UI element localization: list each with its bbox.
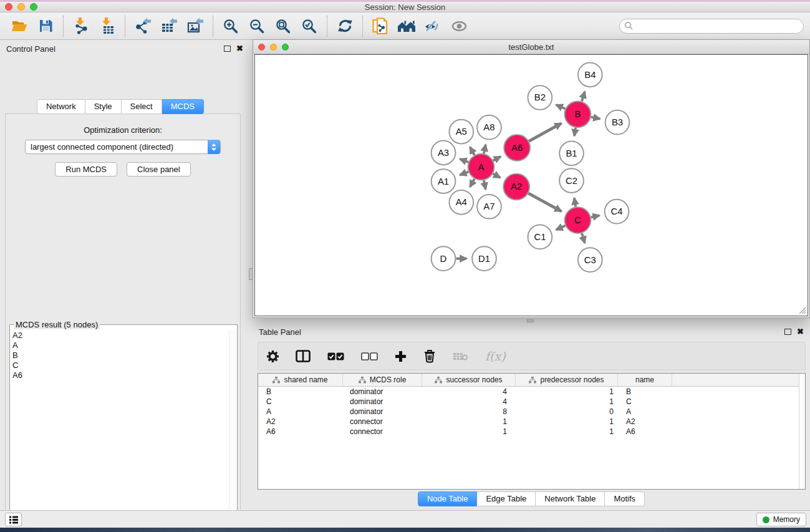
graph-node-A5[interactable]: A5 (449, 120, 473, 144)
zoom-view-button[interactable] (282, 44, 289, 51)
resize-grip-icon[interactable] (798, 306, 806, 314)
zoom-window-button[interactable] (30, 3, 37, 11)
graph-node-A3[interactable]: A3 (432, 141, 456, 165)
graph-node-B1[interactable]: B1 (559, 142, 584, 166)
graph-node-A7[interactable]: A7 (477, 195, 501, 219)
minimize-view-button[interactable] (270, 44, 277, 51)
table-row[interactable]: Cdominator41C (258, 397, 805, 407)
float-panel-icon[interactable] (224, 46, 231, 52)
zoom-out-button[interactable] (244, 15, 270, 37)
graph-edge-B-B3[interactable] (591, 117, 600, 119)
tab-style[interactable]: Style (85, 99, 122, 114)
minimize-window-button[interactable] (17, 3, 25, 11)
graph-edge-B-B1[interactable] (574, 128, 576, 136)
close-window-button[interactable] (5, 3, 12, 11)
export-network-button[interactable] (130, 15, 156, 37)
table-row[interactable]: Bdominator41B (258, 387, 805, 397)
table-row[interactable]: Adominator80A (258, 407, 805, 417)
list-item[interactable]: C (12, 360, 237, 370)
run-mcds-button[interactable]: Run MCDS (55, 162, 117, 177)
delete-table-button[interactable] (453, 352, 468, 361)
float-panel-icon[interactable] (784, 329, 791, 335)
graph-edge-A-A5[interactable] (470, 147, 475, 155)
column-header-shared-name[interactable]: shared name (258, 374, 343, 386)
close-view-button[interactable] (258, 44, 265, 51)
zoom-fit-button[interactable] (270, 15, 296, 37)
save-session-button[interactable] (32, 15, 59, 37)
list-item[interactable]: A6 (12, 370, 237, 380)
close-panel-icon[interactable]: ✖ (236, 46, 243, 52)
search-field[interactable] (619, 19, 804, 34)
tab-mcds[interactable]: MCDS (162, 99, 204, 114)
graph-node-B3[interactable]: B3 (605, 110, 630, 135)
deselect-all-button[interactable] (361, 352, 378, 360)
tab-node-table[interactable]: Node Table (418, 491, 478, 506)
graph-edge-A-A1[interactable] (460, 172, 468, 175)
graph-node-B4[interactable]: B4 (578, 62, 602, 87)
column-header-predecessor-nodes[interactable]: predecessor nodes (516, 374, 618, 386)
table-settings-button[interactable] (267, 351, 279, 362)
hide-eye-button[interactable] (420, 15, 446, 37)
tab-edge-table[interactable]: Edge Table (477, 491, 536, 506)
zoom-selected-button[interactable] (296, 15, 322, 37)
graph-node-B[interactable]: B (565, 101, 591, 127)
graph-edge-B-B4[interactable] (582, 92, 585, 102)
graph-edge-A2-C[interactable] (528, 193, 561, 211)
show-columns-button[interactable] (296, 350, 311, 362)
criterion-dropdown[interactable]: largest connected component (directed) (25, 140, 221, 154)
network-window-controls[interactable] (258, 44, 289, 51)
graph-edge-B-B2[interactable] (556, 105, 566, 109)
list-item[interactable]: B (12, 351, 237, 360)
import-table-button[interactable] (94, 15, 120, 37)
graph-edge-A6-B[interactable] (529, 123, 561, 142)
panel-menu-button[interactable] (5, 513, 22, 526)
graph-edge-A-A6[interactable] (493, 157, 501, 160)
select-all-button[interactable] (327, 352, 344, 360)
open-session-button[interactable] (6, 15, 32, 37)
home-button[interactable] (393, 15, 420, 37)
tab-select[interactable]: Select (122, 99, 162, 114)
graph-edge-A-A4[interactable] (470, 179, 475, 187)
column-header-mcds-role[interactable]: MCDS role (343, 374, 422, 386)
result-scrollbar[interactable] (229, 330, 236, 532)
graph-edge-A-A8[interactable] (484, 145, 486, 153)
graph-edge-A-A3[interactable] (460, 159, 468, 162)
table-row[interactable]: A2connector11A2 (258, 417, 805, 427)
graph-edge-A-A2[interactable] (493, 173, 501, 177)
memory-button[interactable]: Memory (756, 513, 806, 526)
graph-node-A[interactable]: A (468, 154, 494, 180)
duplicate-network-button[interactable] (367, 15, 393, 37)
graph-edge-C-C3[interactable] (582, 233, 585, 243)
graph-node-D1[interactable]: D1 (472, 246, 496, 271)
delete-row-button[interactable] (423, 349, 436, 363)
graph-edge-A-A7[interactable] (484, 180, 486, 189)
graph-node-C4[interactable]: C4 (605, 200, 629, 224)
close-panel-button[interactable]: Close panel (127, 162, 191, 177)
graph-node-D[interactable]: D (432, 246, 456, 271)
column-header-name[interactable]: name (618, 374, 672, 386)
graph-node-C1[interactable]: C1 (528, 225, 552, 249)
refresh-button[interactable] (332, 15, 358, 37)
graph-node-A4[interactable]: A4 (449, 190, 473, 215)
graph-edge-C-C2[interactable] (574, 198, 576, 207)
graph-node-C3[interactable]: C3 (578, 248, 602, 272)
list-item[interactable]: A (12, 341, 237, 351)
window-controls[interactable] (5, 3, 37, 11)
network-window-titlebar[interactable]: testGlobe.txt (253, 40, 809, 54)
graph-edge-C-C4[interactable] (591, 215, 600, 217)
tab-motifs[interactable]: Motifs (605, 491, 645, 506)
close-panel-icon[interactable]: ✖ (797, 329, 804, 335)
export-table-button[interactable] (156, 15, 182, 37)
network-canvas[interactable]: B4B2BB3A8A5A6A3B1AA1C2A2A4A7C4CC1C3DD1 (254, 54, 808, 316)
graph-node-A1[interactable]: A1 (432, 169, 456, 193)
graph-node-A6[interactable]: A6 (504, 135, 530, 161)
list-item[interactable]: A2 (12, 331, 237, 341)
table-row[interactable]: A6connector11A6 (258, 427, 805, 437)
eye-button[interactable] (446, 15, 472, 37)
tab-network-table[interactable]: Network Table (536, 491, 605, 506)
import-network-button[interactable] (68, 15, 94, 37)
export-image-button[interactable] (182, 15, 208, 37)
column-header-successor-nodes[interactable]: successor nodes (422, 374, 516, 386)
zoom-in-button[interactable] (218, 15, 244, 37)
graph-node-A2[interactable]: A2 (503, 174, 529, 200)
